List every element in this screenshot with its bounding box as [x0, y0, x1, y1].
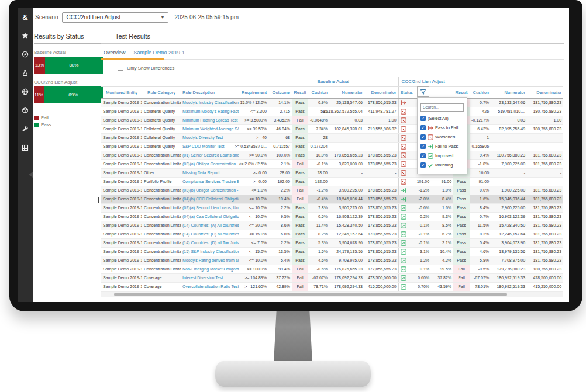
filter-option-select-all[interactable]: ✓(Select All) [420, 114, 464, 123]
col-header-cushion-scenario[interactable]: Cushion [470, 86, 491, 98]
filter-option-matching[interactable]: ✓Matching [420, 161, 464, 170]
status-filter-dropdown: ✓(Select All)✓Pass to Fail✓Worsened✓Fail… [417, 86, 467, 174]
col-header-category[interactable]: Rule Category [142, 86, 181, 98]
cell-description[interactable]: Moody's Rating derived from an S&P Ratin… [181, 256, 239, 265]
cell-description[interactable]: Missing Data Report [181, 168, 239, 177]
col-header-numerator-scenario[interactable]: Numerator [491, 86, 527, 98]
sidebar-collapse-icon[interactable] [29, 172, 33, 178]
checked-checkbox-icon[interactable]: ✓ [420, 125, 426, 130]
cell-description[interactable]: (15) S&P Industry Classification [181, 247, 239, 256]
filter-funnel-button[interactable] [417, 86, 429, 97]
checked-checkbox-icon[interactable]: ✓ [420, 144, 426, 149]
selected-row-marker [98, 197, 99, 203]
cell-description[interactable]: Compliance Services Trustee Export (Samp… [181, 177, 239, 186]
table-row[interactable]: Sample Demo 2019-1Collateral QualityMini… [101, 116, 563, 124]
cell-description[interactable]: Maximum Moody's Rating Factor Test [181, 107, 239, 116]
table-row[interactable]: Sample Demo 2019-1CoverageOvercollateral… [101, 282, 563, 291]
table-row[interactable]: Sample Demo 2019-1OtherMissing Data Repo… [101, 168, 563, 177]
cell-baseline-outcome: 46.84% [268, 124, 292, 133]
filter-option-pass-to-fail[interactable]: ✓Pass to Fail [420, 123, 464, 133]
cell-scenario-denominator: - [527, 142, 563, 151]
cell-scenario-outcome: 1.0% [431, 186, 453, 195]
grid-icon[interactable] [18, 138, 33, 157]
col-header-denominator[interactable]: Denominator [364, 86, 398, 98]
col-header-cushion[interactable]: Cushion [308, 86, 329, 98]
table-row[interactable]: Sample Demo 2019-1Concentration Limitati… [101, 186, 563, 195]
globe-icon[interactable] [18, 82, 33, 101]
table-row[interactable]: Sample Demo 2019-1Concentration Limitati… [101, 256, 563, 265]
cell-baseline-numerator: 178,092,294.33 [329, 282, 364, 291]
cell-description[interactable]: (02)(a) Second Lien Loans, Unsecured Loa… [181, 203, 239, 212]
bar-segment: 13% [34, 57, 45, 74]
table-row[interactable]: Sample Demo 2019-1Concentration Limitati… [101, 265, 563, 273]
compass-icon[interactable] [18, 45, 33, 64]
table-row[interactable]: Sample Demo 2019-1Concentration Limitati… [101, 159, 563, 168]
package-icon[interactable] [18, 101, 33, 120]
tab-overview[interactable]: Overview [104, 50, 126, 55]
table-row[interactable]: Sample Demo 2019-1Collateral QualityMaxi… [101, 107, 563, 116]
table-row[interactable]: Sample Demo 2019-1Concentration Limitati… [101, 221, 563, 230]
table-row[interactable]: Sample Demo 2019-1Collateral QualityMini… [101, 124, 563, 133]
table-row[interactable]: Sample Demo 2019-1Concentration Limitati… [101, 212, 563, 221]
cell-scenario-result: Pass [453, 256, 470, 265]
checked-checkbox-icon[interactable]: ✓ [420, 153, 426, 158]
cell-description[interactable]: (03)(b) Obligor Concentration - Second L… [181, 186, 239, 195]
col-header-description[interactable]: Rule Description [181, 86, 239, 98]
table-row[interactable]: Sample Demo 2019-1Concentration Limitati… [101, 151, 563, 159]
table-row[interactable]: Sample Demo 2019-1Concentration Limitati… [101, 230, 563, 238]
checked-checkbox-icon[interactable]: ✓ [420, 162, 426, 168]
cell-description[interactable]: S&P CDO Monitor Test [181, 142, 239, 151]
cell-baseline-denominator: 178,856,655.23 [364, 151, 398, 159]
cell-category: Concentration Limitation [142, 195, 181, 203]
cell-entity: Sample Demo 2019-1 [101, 230, 142, 238]
table-row[interactable]: Sample Demo 2019-1Portfolio ProfileCompl… [101, 177, 563, 186]
app-logo-icon[interactable]: & [18, 8, 33, 26]
table-row[interactable]: Sample Demo 2019-1CoverageInterest Diver… [101, 273, 563, 282]
cell-description[interactable]: Overcollateralization Ratio Test - Class… [181, 282, 239, 291]
filter-option-improved[interactable]: ✓Improved [420, 151, 464, 161]
cell-description[interactable]: (14) Countries: (C) all countries (in th… [181, 230, 239, 238]
col-header-result[interactable]: Result [292, 86, 308, 98]
col-header-numerator[interactable]: Numerator [329, 86, 364, 98]
cell-description[interactable]: (14) Countries: (D) all Tax Jurisdiction… [181, 238, 239, 247]
cell-scenario-outcome: 91.00 [431, 177, 453, 186]
favorites-star-icon[interactable] [18, 26, 33, 45]
lab-flask-icon[interactable] [18, 64, 33, 82]
col-header-status[interactable]: Status [398, 86, 409, 98]
table-row[interactable]: Sample Demo 2019-1Collateral QualityS&P … [101, 142, 563, 151]
cell-description[interactable]: (01) Senior Secured Loans and Eligible I… [181, 151, 239, 159]
cell-description[interactable]: Interest Diversion Test [181, 273, 239, 282]
checked-checkbox-icon[interactable]: ✓ [420, 134, 426, 140]
filter-option-fail-to-pass[interactable]: ✓Fail to Pass [420, 142, 464, 151]
cell-description[interactable]: Non-Emerging Market Obligors [181, 265, 239, 273]
col-header-entity[interactable]: Monitored Entity [101, 86, 142, 98]
filter-option-worsened[interactable]: ✓Worsened [420, 133, 464, 142]
filter-search-input[interactable] [420, 103, 464, 112]
wrench-icon[interactable] [18, 120, 33, 138]
cell-description[interactable]: (04)(a) Caa Collateral Obligations [181, 212, 239, 221]
cell-description[interactable]: Minimum Weighted Average S&P Recovery ..… [181, 124, 239, 133]
cell-description[interactable]: (03)(a) Obligor Concentration [181, 159, 239, 168]
cell-description[interactable]: Moody's Diversity Test [181, 133, 239, 142]
col-header-outcome[interactable]: Outcome [268, 86, 292, 98]
cell-baseline-denominator: - [364, 142, 398, 151]
cell-scenario-outcome: 4.2% [431, 256, 453, 265]
table-row[interactable]: Sample Demo 2019-1Collateral QualityMood… [101, 133, 563, 142]
cell-description[interactable]: (04)(b) CCC Collateral Obligations [181, 195, 239, 203]
only-show-differences-checkbox[interactable] [118, 65, 123, 71]
cell-baseline-numerator: - [329, 133, 364, 142]
table-row[interactable]: Sample Demo 2019-1Concentration Limitati… [101, 203, 563, 212]
col-header-requirement[interactable]: Requirement [239, 86, 268, 98]
col-header-denominator-scenario[interactable]: Denominator [527, 86, 563, 98]
cell-description[interactable]: (14) Countries: (A) All countries (in th… [181, 221, 239, 230]
cell-description[interactable]: Minimum Floating Spread Test [181, 116, 239, 124]
scenario-dropdown[interactable]: CCC/2nd Lien Adjust ▼ [62, 12, 168, 23]
table-row[interactable]: Sample Demo 2019-1Concentration Limitati… [101, 247, 563, 256]
tab-sample-demo[interactable]: Sample Demo 2019-1 [134, 50, 185, 55]
table-row[interactable]: Sample Demo 2019-1Concentration Limitati… [101, 195, 563, 203]
cell-description[interactable]: Moody's Industry Classification [181, 98, 239, 107]
checked-checkbox-icon[interactable]: ✓ [420, 116, 426, 121]
table-row[interactable]: Sample Demo 2019-1Concentration Limitati… [101, 98, 563, 107]
table-row[interactable]: Sample Demo 2019-1Concentration Limitati… [101, 238, 563, 247]
horizontal-scrollbar-thumb[interactable] [114, 293, 507, 296]
